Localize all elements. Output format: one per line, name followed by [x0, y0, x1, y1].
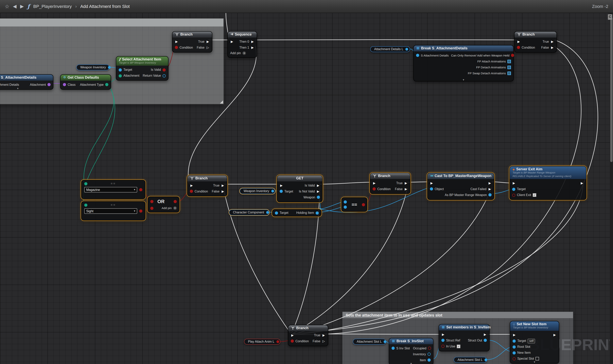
struct-out-pin[interactable] [484, 339, 487, 342]
sequence-node[interactable]: Sequence Then 0 Then 1 Add pin [227, 31, 257, 58]
get-header[interactable]: GET [277, 175, 322, 182]
breadcrumb-graph-name[interactable]: Add Attachment from Slot [80, 4, 130, 9]
character-component-variable-pill[interactable]: Character Component [229, 209, 269, 215]
favorite-star-icon[interactable] [5, 4, 9, 9]
object-pin[interactable] [430, 188, 433, 191]
attachment-details-variable-pill[interactable]: Attachment Details L [370, 46, 410, 52]
exec-in-pin[interactable] [190, 184, 193, 187]
exec-in-pin[interactable] [280, 184, 283, 187]
collapse-arrow-icon[interactable] [414, 78, 513, 81]
condition-pin[interactable] [517, 46, 520, 49]
condition-pin[interactable] [175, 46, 178, 49]
false-exec-pin[interactable] [404, 187, 408, 191]
attachment-type-pin[interactable] [105, 83, 108, 86]
sequence-header[interactable]: Sequence [228, 32, 257, 38]
equal-enum-node-magazine[interactable]: == Magazine [81, 180, 146, 199]
exec-in-pin[interactable] [517, 40, 520, 43]
enum-dropdown[interactable]: Magazine [84, 187, 137, 193]
class-pin[interactable] [63, 83, 66, 86]
true-exec-pin[interactable] [322, 334, 325, 337]
false-exec-pin[interactable] [322, 339, 325, 343]
false-exec-pin[interactable] [206, 46, 210, 49]
is-not-valid-exec-pin[interactable] [316, 190, 320, 193]
exec-out-pin[interactable] [580, 182, 584, 185]
variable-out-pin[interactable] [405, 48, 408, 51]
branch-node-right[interactable]: Branch True Condition False [370, 173, 411, 194]
forward-button[interactable] [20, 4, 24, 9]
array-pin-icon[interactable] [507, 65, 511, 69]
branch-node-bottom[interactable]: Branch True Condition False [288, 325, 328, 346]
exec-in-pin[interactable] [441, 333, 445, 336]
exec-in-pin[interactable] [373, 182, 376, 185]
is-valid-exec-pin[interactable] [316, 184, 320, 187]
target-pin[interactable] [513, 339, 516, 342]
comment-box-bottom-header[interactable]: Sets the attachment item to In use and u… [343, 312, 573, 318]
exec-out-pin[interactable] [488, 182, 492, 185]
break-invslot-header[interactable]: Break S_InvSlot [389, 338, 433, 344]
client-exit-checkbox[interactable] [533, 193, 536, 197]
equal-enum-node-sight[interactable]: == Sight [81, 201, 146, 221]
exec-in-pin[interactable] [430, 182, 433, 185]
then0-exec-pin[interactable] [251, 40, 254, 43]
true-exec-pin[interactable] [206, 40, 210, 43]
weapon-inventory-variable-pill[interactable]: Weapon Inventory [240, 188, 275, 194]
comment-box-top-header[interactable] [0, 19, 224, 26]
attachment-slot-variable-pill[interactable]: Attachment Slot L [454, 357, 487, 363]
inventory-out-pin[interactable] [427, 353, 431, 356]
special-slot-checkbox[interactable] [536, 357, 539, 360]
add-pin-button[interactable] [173, 206, 177, 210]
scrollbar-thumb[interactable] [610, 17, 613, 162]
or-node[interactable]: OR Add pin [147, 196, 180, 213]
break-invslot-node[interactable]: Break S_InvSlot S Inv Slot Occupied Inve… [389, 338, 433, 364]
in-use-checkbox[interactable] [457, 345, 460, 348]
collapsed-panel-tab[interactable]: C [608, 14, 612, 20]
exec-in-pin[interactable] [230, 40, 234, 43]
cast-header[interactable]: Cast To BP_MasterRangeWeapon [427, 173, 494, 179]
play-attach-anim-variable-pill[interactable]: Play Attach Anim L [244, 339, 280, 345]
set-new-slot-item-node[interactable]: Set New Slot Item Target is BP Master In… [510, 321, 559, 364]
true-exec-pin[interactable] [404, 182, 408, 185]
condition-pin[interactable] [291, 340, 294, 343]
enum-dropdown[interactable]: Sight [84, 208, 137, 214]
select-attachment-item-header[interactable]: Select Attachment Item Target is BP Weap… [116, 56, 168, 66]
branch-header[interactable]: Branch [515, 32, 557, 38]
bool-in-pin-1[interactable] [150, 200, 153, 203]
set-new-slot-item-header[interactable]: Set New Slot Item Target is BP Master In… [510, 321, 559, 331]
attachment-slot-variable-pill[interactable]: Attachment Slot L [353, 339, 386, 345]
holding-item-out-pin[interactable] [316, 211, 319, 214]
bool-out-pin[interactable] [362, 203, 365, 206]
validated-get-node[interactable]: GET Is Valid Target Is Not Valid Weapon [277, 175, 323, 202]
false-exec-pin[interactable] [550, 46, 554, 49]
condition-pin[interactable] [373, 188, 376, 191]
set-members-header[interactable]: Set members in S_InvItem [439, 325, 489, 330]
exec-in-pin[interactable] [512, 182, 516, 185]
get-class-defaults-header[interactable]: Get Class Defaults [61, 75, 111, 81]
return-value-pin[interactable] [162, 74, 166, 78]
target-pin[interactable] [119, 68, 122, 72]
attachment-pin[interactable] [119, 74, 122, 78]
exec-in-pin[interactable] [291, 334, 294, 337]
cast-node[interactable]: Cast To BP_MasterRangeWeapon Object Cast… [427, 173, 494, 200]
exec-in-pin[interactable] [175, 40, 178, 43]
get-class-defaults-node[interactable]: Get Class Defaults Class Attachment Type [60, 74, 111, 90]
client-exit-pin[interactable] [512, 194, 515, 197]
server-exit-aim-header[interactable]: Server Exit Aim Target is BP Master Rang… [510, 166, 586, 179]
blueprint-graph-canvas[interactable]: Sets the attachment item to In use and u… [0, 0, 613, 364]
equals-in-pin-1[interactable] [344, 200, 347, 204]
add-pin-button[interactable] [242, 51, 246, 55]
condition-pin[interactable] [190, 190, 193, 193]
branch-header[interactable]: Branch [370, 173, 410, 179]
exec-in-pin[interactable] [513, 333, 516, 337]
struct-in-pin[interactable] [391, 347, 395, 350]
weapon-out-pin[interactable] [317, 196, 320, 199]
holding-item-node[interactable]: Target Holding Item [272, 209, 321, 217]
break-attachment-details-node[interactable]: Break S_AttachmentDetails S Attachment D… [413, 45, 514, 81]
as-weapon-out-pin[interactable] [488, 194, 492, 197]
server-exit-aim-node[interactable]: Server Exit Aim Target is BP Master Rang… [509, 166, 586, 200]
special-slot-pin[interactable] [513, 357, 516, 360]
branch-node-top-left[interactable]: Branch True Condition False [172, 31, 212, 52]
weapon-inventory-variable-pill[interactable]: Weapon Inventory [76, 65, 109, 70]
true-exec-pin[interactable] [221, 184, 225, 187]
branch-header[interactable]: Branch [288, 325, 328, 331]
select-attachment-item-node[interactable]: Select Attachment Item Target is BP Weap… [116, 56, 169, 81]
